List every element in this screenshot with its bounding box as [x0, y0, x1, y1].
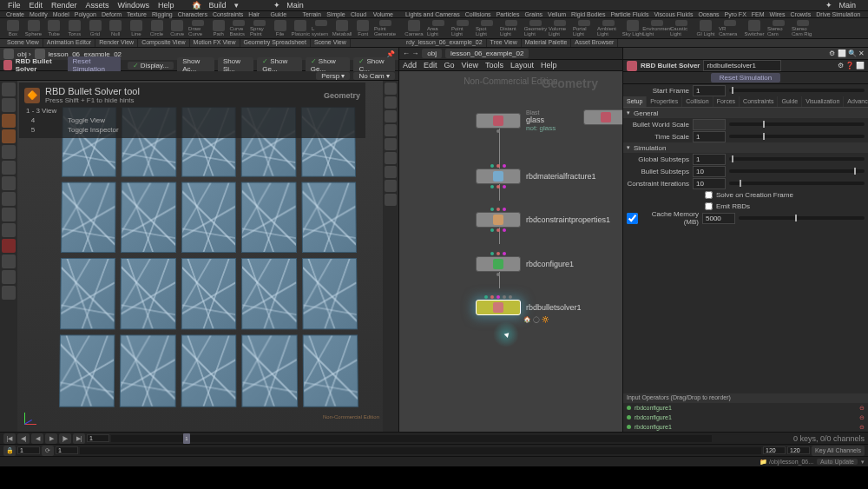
param-reset-button[interactable]: Reset Simulation	[711, 73, 780, 83]
operator-row-2[interactable]: rbdconfigure1⊖	[623, 413, 868, 422]
auto-update-button[interactable]: Auto Update	[817, 459, 858, 465]
shelves-left-item-6[interactable]: Rigging	[149, 11, 175, 17]
menu-render[interactable]: Render	[47, 1, 82, 10]
key-all-button[interactable]: Key All Channels	[812, 446, 865, 456]
crumb-obj[interactable]: obj	[422, 49, 442, 58]
play-button[interactable]: ▶	[45, 433, 57, 444]
disp-icon-3[interactable]	[385, 110, 397, 122]
section-general[interactable]: General	[623, 108, 868, 118]
node-rbdmaterialfracture[interactable]: rbdmaterialfracture1	[476, 169, 596, 184]
bulletsub-input[interactable]	[693, 166, 726, 177]
tool-curve[interactable]: Curve	[168, 20, 187, 36]
disp-icon-2[interactable]	[385, 96, 397, 109]
range-start-input[interactable]	[17, 446, 40, 454]
shelf-tabs-right[interactable]: Lights and CamerasCollisionsParticlesGra…	[399, 11, 868, 18]
disp-icon-6[interactable]	[385, 152, 397, 164]
last-frame-button[interactable]: ▶|	[73, 433, 85, 444]
viewport-3d[interactable]: 🔶 RBD Bullet Solver tool Press Shift + F…	[17, 81, 383, 432]
section-simulation[interactable]: Simulation	[623, 142, 868, 153]
shelves-left-item-9[interactable]: Hair Utils	[246, 11, 267, 17]
bulletsub-slider[interactable]	[729, 169, 865, 173]
shelves-left-item-11[interactable]: Terrain FX	[299, 11, 324, 17]
tool-stereo-cam[interactable]: Stereo Cam	[767, 20, 790, 36]
tool-draw-curve[interactable]: Draw Curve	[188, 20, 207, 36]
emit-rbds-check[interactable]	[705, 202, 713, 210]
tool-metaball[interactable]: Metaball	[332, 20, 352, 36]
node-menus-item-5[interactable]: Layout	[510, 61, 534, 69]
shelves-right-item-9[interactable]: Pyro FX	[722, 11, 749, 17]
range-end2-input[interactable]	[787, 446, 810, 454]
shelves-left-item-10[interactable]: Guide Process	[267, 11, 299, 17]
param-tab-forces[interactable]: Forces	[713, 96, 740, 107]
tool-camera[interactable]: Camera	[403, 20, 425, 36]
tool-grid[interactable]: Grid	[86, 20, 105, 36]
shelves-left-item-8[interactable]: Constraints	[210, 11, 246, 17]
tool-icon-7[interactable]	[2, 208, 16, 221]
tool-caustic-light[interactable]: Caustic Light	[670, 20, 693, 36]
pane-tabs-left-item-2[interactable]: Render View	[95, 39, 138, 47]
tool-sphere[interactable]: Sphere	[24, 20, 43, 36]
globalsub-slider[interactable]	[729, 157, 865, 161]
menu-edit[interactable]: Edit	[25, 1, 48, 10]
constriters-input[interactable]	[693, 178, 726, 189]
show-display[interactable]: Display...	[128, 62, 174, 69]
tool-area-light[interactable]: Area Light	[427, 20, 450, 36]
bws-input[interactable]	[693, 119, 726, 130]
tool-icon-8[interactable]	[2, 223, 16, 237]
shelves-right-item-8[interactable]: Oceans	[695, 11, 721, 17]
param-tab-collision[interactable]: Collision	[682, 96, 713, 107]
pane-tabs-right-item-3[interactable]: Asset Browser	[571, 39, 618, 47]
tool-spray-paint[interactable]: Spray Paint	[250, 20, 269, 36]
node-menus-item-4[interactable]: Tools	[485, 61, 503, 69]
tool-icon-4[interactable]	[2, 161, 16, 175]
tool-spot-light[interactable]: Spot Light	[476, 20, 498, 36]
shelves-right-item-2[interactable]: Particles	[494, 11, 523, 17]
realtime-icon[interactable]: ⟳	[42, 446, 54, 456]
shelves-right-item-10[interactable]: FEM	[749, 11, 767, 17]
shelves-left-item-0[interactable]: Create	[3, 11, 27, 17]
tool-gi-light[interactable]: GI Light	[694, 20, 717, 36]
timeline-track[interactable]: 1	[111, 435, 712, 442]
tool-stereo-cam-rig[interactable]: Stereo Cam Rig	[792, 20, 814, 36]
pane-tabs-left-item-1[interactable]: Animation Editor	[43, 39, 95, 47]
home-icon[interactable]	[3, 49, 14, 59]
pane-tabs-left-item-3[interactable]: Composite View	[138, 39, 189, 47]
pane-tabs-right-item-2[interactable]: Material Palette	[522, 39, 572, 47]
take-selector[interactable]: ✦ Main	[269, 1, 312, 10]
param-tab-guide[interactable]: Guide	[778, 96, 802, 107]
tool-platonic[interactable]: Platonic	[291, 20, 310, 36]
tool-path[interactable]: Path	[209, 20, 228, 36]
range-start2-input[interactable]	[56, 446, 78, 454]
magnet-icon[interactable]	[2, 239, 16, 253]
tool-portal-light[interactable]: Portal Light	[573, 20, 595, 36]
cachemem-input[interactable]	[702, 213, 735, 224]
shelves-left-item-13[interactable]: Cloud FX	[348, 11, 371, 17]
operator-row-3[interactable]: rbdconfigure1⊖	[623, 422, 868, 432]
shelves-right-item-4[interactable]: Vellum	[545, 11, 569, 17]
shelves-right-item-0[interactable]: Lights and Cameras	[403, 11, 463, 17]
next-frame-button[interactable]: |▶	[59, 433, 71, 444]
tool-geometry-light[interactable]: Geometry Light	[524, 20, 547, 36]
node-rbdconstraintproperties[interactable]: rbdconstraintproperties1	[476, 212, 610, 228]
shelves-left-item-1[interactable]: Modify	[27, 11, 50, 17]
lock-icon[interactable]: 🔒	[3, 446, 16, 456]
param-tab-advanced[interactable]: Advanced	[844, 96, 868, 107]
node-menus-item-6[interactable]: Help	[541, 61, 557, 69]
node-rbdconfigure[interactable]: rbdconfigure1	[476, 256, 574, 272]
shelves-left-item-12[interactable]: Simple FX	[324, 11, 348, 17]
param-tab-visualization[interactable]: Visualization	[802, 96, 844, 107]
crumb-geo[interactable]: lesson_06_example_02	[445, 49, 529, 58]
pane-tabs-left-item-4[interactable]: Motion FX View	[190, 39, 240, 47]
param-node-name-input[interactable]	[703, 60, 781, 71]
tool-torus[interactable]: Torus	[65, 20, 84, 36]
tool-icon-5[interactable]	[2, 176, 16, 190]
arrow-icon[interactable]	[2, 98, 16, 112]
timescale-slider[interactable]	[729, 135, 865, 138]
disp-icon-4[interactable]	[385, 124, 397, 136]
tool-icon-12[interactable]	[2, 286, 16, 300]
tool-null[interactable]: Null	[106, 20, 125, 36]
tool-tube[interactable]: Tube	[44, 20, 63, 36]
shelves-left-item-2[interactable]: Model	[50, 11, 72, 17]
tool-circle[interactable]: Circle	[148, 20, 167, 36]
tool-icon-3[interactable]	[2, 145, 16, 159]
